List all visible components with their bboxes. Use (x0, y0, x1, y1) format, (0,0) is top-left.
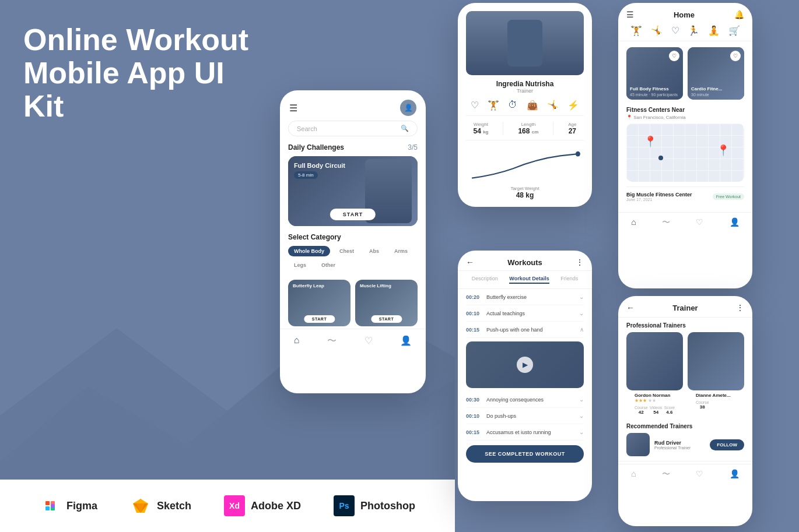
workout-card-0[interactable]: Butterfly Leap START (288, 280, 351, 326)
follow-button[interactable]: FOLLOW (710, 439, 744, 450)
workout-start-1[interactable]: START (371, 315, 402, 323)
trainer2-more-icon[interactable]: ⋮ (736, 303, 744, 312)
trainer2-nav-activity[interactable]: 〜 (662, 469, 670, 480)
trainer-icon-dumbbell: 🏋️ (488, 100, 499, 111)
trainer-icons-row: ♡ 🏋️ ⏱ 👜 🤸 ⚡ (466, 100, 584, 116)
phone-fitness: ☰ Home 🔔 🏋️ 🤸 ♡ 🏃 🧘 🛒 ♡ Full Body Fitnes… (618, 3, 752, 288)
nav-home-icon[interactable]: ⌂ (294, 335, 300, 347)
workout-title: Workouts (474, 258, 576, 267)
category-section: Select Category Whole Body Chest Abs Arm… (280, 233, 426, 280)
sketch-icon (130, 495, 151, 516)
category-tabs: Whole Body Chest Abs Arms Legs Other (288, 246, 418, 270)
fitness-nav: ⌂ 〜 ♡ 👤 (618, 212, 752, 232)
tab-workout-details[interactable]: Workout Details (509, 276, 549, 284)
tab-description[interactable]: Description (472, 276, 498, 284)
heart-icon-0[interactable]: ♡ (669, 51, 679, 61)
select-category-label: Select Category (288, 233, 418, 241)
tab-friends[interactable]: Friends (560, 276, 578, 284)
exercise-1[interactable]: 00:10 Actual teachings ⌄ (466, 305, 584, 322)
challenge-title: Full Body Circuit (294, 162, 345, 169)
workout-start-0[interactable]: START (304, 315, 335, 323)
trainer2-nav-home[interactable]: ⌂ (631, 469, 636, 480)
fitness-centers-section: Fitness Centers Near 📍 San Francisco, Ca… (618, 103, 752, 210)
f-icon-4: 🏃 (688, 25, 699, 36)
see-completed-button[interactable]: SEE COMPLETED WORKOUT (466, 445, 584, 463)
trainer-photos-row: Gordon Norman ★★★★★ Course42 Videos54 Sc… (618, 332, 752, 421)
trainer-name: Ingredia Nutrisha (496, 80, 554, 88)
svg-rect-2 (45, 506, 50, 510)
phone-trainer2: ← Trainer ⋮ Professional Trainers Gordon… (618, 296, 752, 526)
fitness-card-0[interactable]: ♡ Full Body Fitness 45 minute · 90 parti… (626, 47, 683, 100)
trainer-photo-0 (626, 332, 683, 390)
video-preview[interactable]: ▶ (466, 341, 584, 388)
trainer2-nav-profile[interactable]: 👤 (730, 469, 740, 480)
fitness-card-1[interactable]: ♡ Cardio Fitne... 30 minute (688, 47, 744, 100)
exercise-5[interactable]: 00:15 Accusamus et iusto running ⌄ (466, 424, 584, 441)
trainer-role: Trainer (517, 88, 533, 94)
search-bar[interactable]: Search 🔍 (288, 121, 418, 136)
trainer2-back-icon[interactable]: ← (626, 303, 635, 312)
nav-heart-icon[interactable]: ♡ (365, 335, 373, 347)
tab-whole-body[interactable]: Whole Body (288, 246, 330, 256)
map-placeholder: 📍 📍 (626, 124, 744, 182)
trainer-card-0[interactable]: Gordon Norman ★★★★★ Course42 Videos54 Sc… (626, 332, 683, 416)
svg-point-10 (576, 152, 580, 157)
workout-back-icon[interactable]: ← (466, 258, 474, 267)
fitness-nav-home[interactable]: ⌂ (631, 217, 636, 228)
heart-icon-1[interactable]: ♡ (730, 51, 741, 61)
stat-length: Length 168 cm (518, 122, 538, 135)
fitness-menu-icon[interactable]: ☰ (626, 10, 634, 19)
xd-icon: Xd (224, 495, 245, 516)
exercise-2[interactable]: 00:15 Push-ups with one hand ∧ (466, 322, 584, 338)
phone-trainer: Ingredia Nutrisha Trainer ♡ 🏋️ ⏱ 👜 🤸 ⚡ W… (458, 3, 592, 207)
fitness-location-text: San Francisco, California (633, 115, 685, 120)
trainer-name-1: Dianne Amete... (688, 393, 744, 398)
exercise-0[interactable]: 00:20 Butterfly exercise ⌄ (466, 289, 584, 305)
f-icon-2: 🤸 (651, 25, 663, 36)
menu-icon[interactable]: ☰ (289, 103, 297, 114)
free-tag: Free Workout (713, 193, 744, 200)
fitness-nav-activity[interactable]: 〜 (662, 217, 670, 228)
fitness-nav-heart[interactable]: ♡ (696, 217, 703, 228)
avatar: 👤 (400, 100, 416, 116)
daily-challenges-badge: 3/5 (408, 143, 418, 152)
trainer-icon-heart: ♡ (471, 100, 479, 111)
tool-photoshop: Ps Photoshop (334, 495, 415, 516)
target-weight: Target Weight 48 kg (466, 186, 584, 199)
challenge-card[interactable]: Full Body Circuit 5-8 min START (288, 156, 418, 226)
exercise-4[interactable]: 00:10 Do push-ups ⌄ (466, 408, 584, 424)
nav-activity-icon[interactable]: 〜 (327, 335, 337, 347)
tab-legs[interactable]: Legs (288, 260, 312, 270)
challenge-start-btn[interactable]: START (330, 209, 376, 220)
figma-label: Figma (66, 500, 97, 512)
exercise-3[interactable]: 00:30 Annoying consequences ⌄ (466, 392, 584, 408)
fitness-nav-profile[interactable]: 👤 (730, 217, 740, 228)
tab-chest[interactable]: Chest (334, 246, 360, 256)
workout-more-icon[interactable]: ⋮ (576, 258, 584, 267)
trainer-card-1[interactable]: Dianne Amete... Course38 (688, 332, 744, 416)
f-icon-5: 🧘 (708, 25, 720, 36)
recommended-label: Recommended Trainers (618, 421, 752, 433)
prof-trainers-label: Professional Trainers (618, 318, 752, 332)
tab-abs[interactable]: Abs (363, 246, 385, 256)
search-icon: 🔍 (401, 125, 409, 132)
trainer2-header: ← Trainer ⋮ (618, 296, 752, 318)
tab-other[interactable]: Other (316, 260, 341, 270)
f-icon-6: 🛒 (728, 25, 740, 36)
fitness-centers-near-label: Fitness Centers Near (626, 107, 744, 113)
daily-challenges-header: Daily Challenges 3/5 (280, 143, 426, 156)
ps-label: Photoshop (360, 500, 415, 512)
f-icon-1: 🏋️ (630, 25, 642, 36)
gym-info: Big Muscle Fitness Center June 17, 2021 (626, 192, 692, 202)
trainer-name-0: Gordon Norman (626, 393, 683, 398)
fitness-bell-icon[interactable]: 🔔 (734, 10, 744, 19)
nav-profile-icon[interactable]: 👤 (400, 335, 412, 347)
fitness-header: ☰ Home 🔔 (618, 3, 752, 23)
tab-arms[interactable]: Arms (388, 246, 413, 256)
play-button[interactable]: ▶ (517, 357, 533, 373)
trainer2-nav: ⌂ 〜 ♡ 👤 (618, 464, 752, 484)
trainer-stats: Weight 54 kg Length 168 cm Age 27 (466, 122, 584, 140)
gym-name: Big Muscle Fitness Center (626, 192, 692, 198)
trainer2-nav-heart[interactable]: ♡ (696, 469, 703, 480)
workout-card-1[interactable]: Muscle Lifting START (355, 280, 418, 326)
